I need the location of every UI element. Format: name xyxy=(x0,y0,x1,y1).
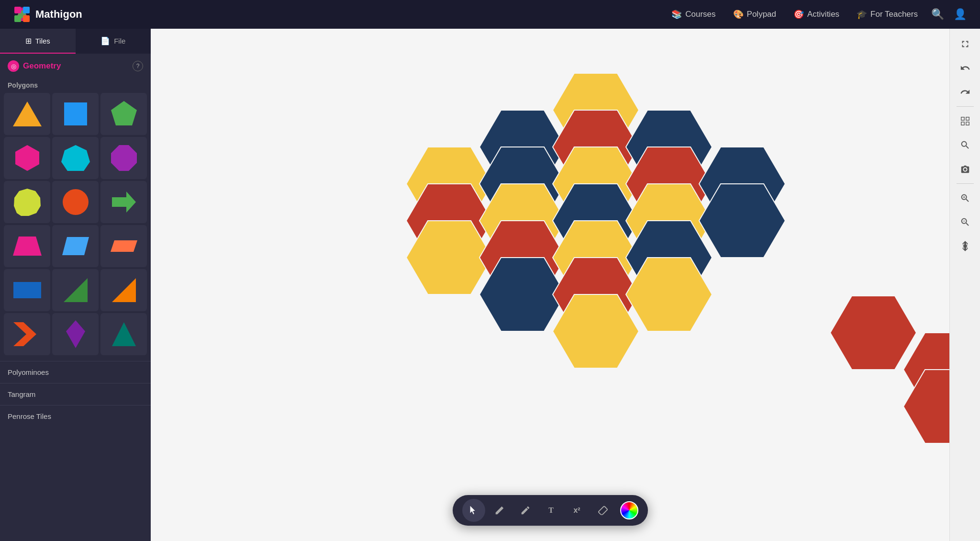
nav-actions: 🔍 👤 xyxy=(931,8,967,21)
sidebar: ⊞ Tiles 📄 File ◎ Geometry ? Polygons xyxy=(0,29,151,541)
trapezoid-svg xyxy=(12,234,43,258)
move-icon xyxy=(960,241,970,251)
nav-item-activities[interactable]: 🎯 Activities xyxy=(793,9,839,20)
svg-marker-13 xyxy=(111,145,137,171)
tiles-tab-icon: ⊞ xyxy=(25,36,32,45)
toolbar-divider-2 xyxy=(957,183,974,184)
shape-heptagon[interactable] xyxy=(52,137,99,179)
pencil-tool[interactable] xyxy=(488,499,511,522)
logo[interactable]: Mathigon xyxy=(13,6,82,23)
triangle-green-svg xyxy=(62,277,89,304)
tangram-label: Tangram xyxy=(8,390,35,398)
svg-marker-17 xyxy=(13,237,42,256)
move-button[interactable] xyxy=(954,235,977,258)
geometry-label: Geometry xyxy=(23,61,61,71)
diamond-purple-svg xyxy=(64,319,87,349)
heptagon-svg xyxy=(61,144,90,172)
shape-parallelogram-blue[interactable] xyxy=(52,225,99,267)
shape-rectangle[interactable] xyxy=(4,269,50,311)
zoom-in-button[interactable] xyxy=(954,187,977,210)
shape-triangle[interactable] xyxy=(4,93,50,135)
svg-rect-20 xyxy=(13,282,41,298)
fullscreen-icon xyxy=(960,39,970,49)
shape-parallelogram-orange[interactable] xyxy=(100,225,147,267)
exponent-tool[interactable]: x² xyxy=(566,499,589,522)
eraser-tool[interactable] xyxy=(591,499,614,522)
tools-icon xyxy=(960,140,970,150)
penrose-label: Penrose Tiles xyxy=(8,412,51,420)
sidebar-section-title: ◎ Geometry xyxy=(8,60,61,72)
file-tab-icon: 📄 xyxy=(100,36,110,45)
svg-marker-19 xyxy=(111,240,137,252)
svg-marker-11 xyxy=(15,145,39,171)
triangle-orange-svg xyxy=(111,277,137,304)
shape-triangle-green[interactable] xyxy=(52,269,99,311)
undo-icon xyxy=(960,63,970,73)
svg-rect-26 xyxy=(961,117,964,120)
shape-triangle-orange[interactable] xyxy=(100,269,147,311)
pen-icon xyxy=(520,505,531,516)
pen-tool[interactable] xyxy=(514,499,537,522)
shape-triangle-teal[interactable] xyxy=(100,313,147,355)
teachers-label: For Teachers xyxy=(870,10,918,19)
polyominoes-label: Polyominoes xyxy=(8,368,49,376)
tab-tiles[interactable]: ⊞ Tiles xyxy=(0,29,76,54)
nav-item-polypad[interactable]: 🎨 Polypad xyxy=(733,9,776,20)
fullscreen-button[interactable] xyxy=(954,33,977,56)
nav-item-courses[interactable]: 📚 Courses xyxy=(671,9,715,20)
sidebar-section-header: ◎ Geometry ? xyxy=(0,54,151,77)
shape-hexagon-pink[interactable] xyxy=(4,137,50,179)
shape-arrow[interactable] xyxy=(100,181,147,223)
svg-rect-9 xyxy=(64,102,87,125)
svg-marker-21 xyxy=(64,278,88,302)
svg-marker-22 xyxy=(112,278,136,302)
redo-button[interactable] xyxy=(954,80,977,103)
shape-octagon[interactable] xyxy=(100,137,147,179)
select-tool[interactable] xyxy=(462,499,485,522)
search-button[interactable]: 🔍 xyxy=(931,8,944,21)
toolbar-divider-1 xyxy=(957,106,974,107)
parallelogram-blue-svg xyxy=(60,236,91,257)
redo-icon xyxy=(960,87,970,97)
screenshot-button[interactable] xyxy=(954,158,977,180)
square-svg xyxy=(62,101,89,127)
help-button[interactable]: ? xyxy=(133,61,143,71)
profile-button[interactable]: 👤 xyxy=(954,8,967,21)
svg-marker-18 xyxy=(62,237,89,255)
grid-button[interactable] xyxy=(954,110,977,133)
svg-point-15 xyxy=(63,189,89,215)
zoom-out-button[interactable] xyxy=(954,211,977,234)
svg-rect-4 xyxy=(14,7,21,13)
polypad-icon: 🎨 xyxy=(733,9,744,20)
nonagon-svg xyxy=(13,188,42,216)
shape-chevron[interactable] xyxy=(4,313,50,355)
shape-nonagon[interactable] xyxy=(4,181,50,223)
pencil-icon xyxy=(494,505,505,516)
svg-marker-23 xyxy=(13,322,36,346)
activities-label: Activities xyxy=(807,10,839,19)
canvas-area[interactable]: T x² xyxy=(151,29,949,541)
color-picker-btn[interactable] xyxy=(620,501,638,519)
zoom-out-icon xyxy=(960,217,970,227)
grid-icon xyxy=(960,116,970,126)
shape-square[interactable] xyxy=(52,93,99,135)
text-tool[interactable]: T xyxy=(540,499,563,522)
tangram-item[interactable]: Tangram xyxy=(0,383,151,405)
penrose-item[interactable]: Penrose Tiles xyxy=(0,405,151,427)
tab-file[interactable]: 📄 File xyxy=(76,29,151,54)
courses-label: Courses xyxy=(685,10,715,19)
shape-circle[interactable] xyxy=(52,181,99,223)
nav-item-teachers[interactable]: 🎓 For Teachers xyxy=(857,9,918,20)
rectangle-svg xyxy=(12,281,43,300)
shape-trapezoid[interactable] xyxy=(4,225,50,267)
shape-diamond-purple[interactable] xyxy=(52,313,99,355)
tiles-tab-label: Tiles xyxy=(35,37,50,45)
undo-button[interactable] xyxy=(954,56,977,79)
circle-svg xyxy=(61,188,90,216)
polyominoes-item[interactable]: Polyominoes xyxy=(0,361,151,383)
arrow-svg xyxy=(110,188,138,216)
shapes-grid xyxy=(0,93,151,355)
hexagon-pink-svg xyxy=(13,144,42,172)
tools-button[interactable] xyxy=(954,134,977,157)
shape-pentagon[interactable] xyxy=(100,93,147,135)
